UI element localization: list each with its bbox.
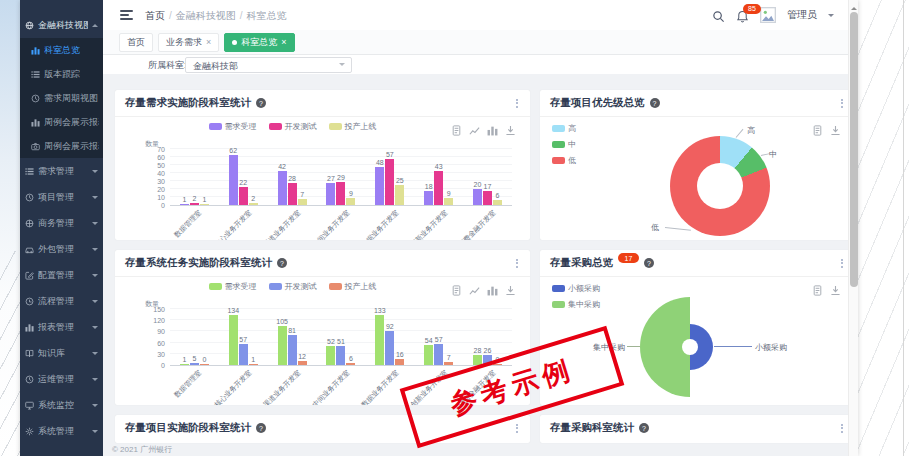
help-icon[interactable]: ? [644, 258, 654, 268]
sidebar-item[interactable]: 需求管理 [20, 158, 103, 184]
help-icon[interactable]: ? [256, 423, 266, 433]
bar: 20 [473, 189, 482, 205]
sidebar-group-header[interactable]: 金融科技视图 [20, 12, 103, 38]
breadcrumb-item[interactable]: 科室总览 [247, 10, 287, 21]
close-icon[interactable]: × [281, 38, 286, 47]
breadcrumb-item[interactable]: 金融科技视图 [176, 10, 236, 21]
menu-collapse-icon[interactable] [120, 10, 133, 22]
line-chart-icon[interactable] [469, 122, 480, 133]
sidebar-item[interactable]: 知识库 [20, 340, 103, 366]
bar: 51 [336, 346, 345, 365]
legend-item[interactable]: 开发测试 [269, 281, 317, 292]
sidebar-item[interactable]: 周例会展示报表-采购 [20, 134, 103, 158]
line-chart-icon[interactable] [469, 282, 480, 293]
x-axis-label: 渠道业务开发室 [261, 368, 303, 405]
department-select[interactable]: 金融科技部 [185, 57, 352, 73]
donut-chart: 高 中 低 [540, 116, 855, 240]
help-icon[interactable]: ? [277, 258, 287, 268]
sidebar-item[interactable]: 运维管理 [20, 366, 103, 392]
sidebar-item[interactable]: 流程管理 [20, 288, 103, 314]
chevron-down-icon [92, 248, 98, 254]
bell-icon[interactable]: 85 [736, 9, 749, 22]
more-menu-icon[interactable] [514, 255, 520, 271]
help-icon[interactable]: ? [639, 423, 649, 433]
more-menu-icon[interactable] [514, 420, 520, 436]
tab[interactable]: 业务需求× [158, 33, 219, 52]
legend-item[interactable]: 需求受理 [209, 121, 257, 132]
legend-item[interactable]: 开发测试 [269, 121, 317, 132]
bar: 28 [288, 183, 297, 205]
chevron-down-icon [92, 404, 98, 410]
camera-icon [31, 142, 40, 151]
sidebar-item[interactable]: 需求周期视图 [20, 86, 103, 110]
data-view-icon[interactable] [451, 122, 462, 133]
legend-item[interactable]: 投产上线 [329, 281, 377, 292]
sidebar-item[interactable]: 报表管理 [20, 314, 103, 340]
sidebar-item[interactable]: 配置管理 [20, 262, 103, 288]
sidebar-item-label: 商务管理 [38, 217, 74, 230]
scrollbar-thumb[interactable] [850, 12, 858, 287]
bar-value-label: 25 [396, 177, 404, 184]
chevron-down-icon [92, 170, 98, 176]
bar-value-label: 105 [276, 318, 288, 325]
car-icon [25, 245, 34, 254]
bar-value-label: 0 [202, 356, 206, 363]
legend-item[interactable]: 需求受理 [209, 281, 257, 292]
bar-value-label: 52 [327, 338, 335, 345]
legend-label: 需求受理 [225, 281, 257, 292]
search-icon[interactable] [712, 9, 725, 22]
user-menu[interactable]: 管理员 [787, 8, 817, 22]
download-icon[interactable] [505, 282, 516, 293]
tab-active[interactable]: 科室总览× [224, 33, 294, 52]
bar: 6 [346, 363, 355, 365]
more-menu-icon[interactable] [839, 420, 845, 436]
help-icon[interactable]: ? [256, 98, 266, 108]
more-menu-icon[interactable] [839, 255, 845, 271]
more-menu-icon[interactable] [514, 95, 520, 111]
sidebar-item[interactable]: 项目管理 [20, 184, 103, 210]
bar: 9 [444, 198, 453, 205]
sidebar-item-label: 系统监控 [38, 399, 74, 412]
sidebar-item[interactable]: 商务管理 [20, 210, 103, 236]
tab[interactable]: 首页 [119, 33, 153, 52]
more-menu-icon[interactable] [839, 95, 845, 111]
sidebar-item-label: 周例会展示报表-项目 [44, 116, 99, 129]
desktop-backdrop-right [858, 0, 909, 456]
x-axis-label: 渠道业务开发室 [261, 208, 303, 240]
chevron-down-icon[interactable] [828, 14, 834, 20]
bar: 7 [298, 199, 307, 205]
avatar[interactable] [760, 7, 776, 23]
y-axis-tick: 150 [153, 306, 165, 313]
bar-value-label: 7 [447, 354, 451, 361]
sidebar-item[interactable]: 系统监控 [20, 392, 103, 418]
sidebar-item-active[interactable]: 科室总览 [20, 38, 103, 62]
download-icon[interactable] [505, 122, 516, 133]
help-icon[interactable]: ? [650, 98, 660, 108]
bar-chart-icon[interactable] [487, 122, 498, 133]
breadcrumb-item[interactable]: 首页 [145, 10, 165, 21]
monitor-icon [25, 401, 34, 410]
list-icon [31, 70, 40, 79]
sidebar-item[interactable]: 版本跟踪 [20, 62, 103, 86]
bar-value-label: 27 [327, 175, 335, 182]
sidebar-item[interactable]: 周例会展示报表-项目 [20, 110, 103, 134]
sidebar-item[interactable]: 系统管理 [20, 418, 103, 444]
sidebar-submenu: 科室总览版本跟踪需求周期视图周例会展示报表-项目周例会展示报表-采购 [20, 38, 103, 158]
scrollbar[interactable] [848, 0, 858, 456]
bar-value-label: 42 [278, 163, 286, 170]
y-axis-tick: 50 [157, 162, 165, 169]
legend-item[interactable]: 投产上线 [329, 121, 377, 132]
y-axis-tick: 20 [157, 186, 165, 193]
bar-group: 52516中间业务开发室 [326, 309, 355, 365]
data-view-icon[interactable] [451, 282, 462, 293]
bar-chart-icon[interactable] [487, 282, 498, 293]
chart-toolbox [451, 122, 516, 133]
scroll-up-arrow-icon[interactable] [851, 4, 857, 10]
bar: 25 [395, 185, 404, 205]
clock-icon [25, 375, 34, 384]
sidebar-item[interactable]: 外包管理 [20, 236, 103, 262]
bar: 105 [278, 326, 287, 365]
y-axis-tick: 120 [153, 317, 165, 324]
chevron-down-icon [92, 274, 98, 280]
close-icon[interactable]: × [206, 38, 211, 47]
